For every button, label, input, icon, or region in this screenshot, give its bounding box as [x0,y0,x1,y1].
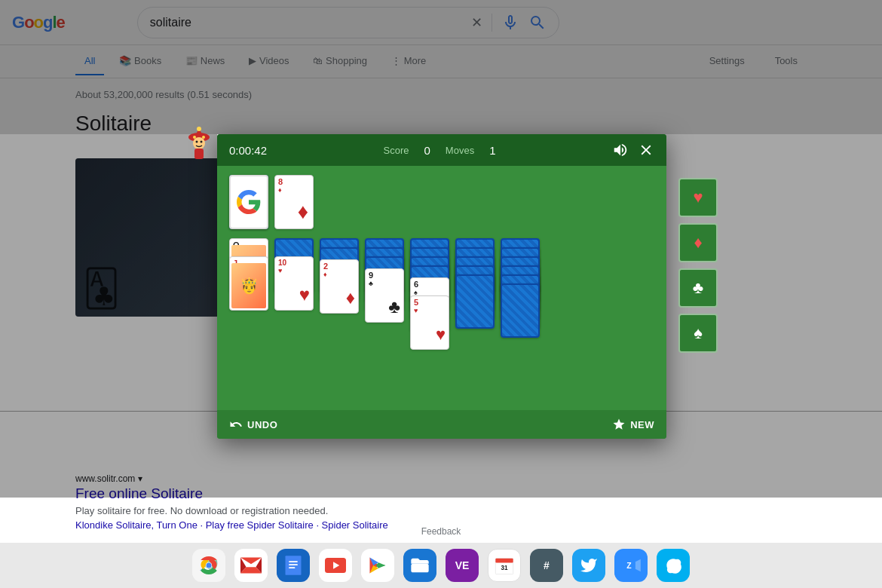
svg-rect-20 [495,559,513,563]
card-j-hearts[interactable]: J ♥ 🤴 [229,256,268,311]
10h-suit: ♥ [299,284,310,305]
game-footer: UNDO NEW [217,410,666,439]
waste-card[interactable]: 8 ♦ ♦ [274,175,314,229]
foundation-spades[interactable]: ♠ [678,314,718,353]
svg-point-7 [193,136,196,139]
taskbar-skype[interactable] [657,549,690,582]
tableau-col-6[interactable] [455,238,495,366]
solitaire-game-modal: 0:00:42 Score 0 Moves 1 ♥ ♦ ♣ ♠ [217,134,666,439]
svg-rect-14 [289,561,298,562]
card-10-hearts[interactable]: 10 ♥ ♥ [274,256,314,311]
svg-point-2 [197,127,201,131]
taskbar-calendar[interactable]: 31 [488,549,521,582]
card-2-diamonds[interactable]: 2 ♦ ♦ [320,259,359,314]
foundation-diamonds[interactable]: ♦ [678,223,718,262]
taskbar-twitter[interactable] [572,549,605,582]
close-icon[interactable] [638,142,654,158]
feedback-link[interactable]: Feedback [421,526,461,537]
jack-figure: 🤴 [231,263,266,308]
score-value: 0 [424,144,430,157]
9c-suit: ♣ [388,296,400,317]
new-button[interactable]: NEW [612,418,654,431]
card-9-clubs[interactable]: 9 ♣ ♣ [365,268,404,323]
game-header: 0:00:42 Score 0 Moves 1 [217,134,666,166]
game-timer: 0:00:42 [229,144,267,157]
waste-suit: ♦ [278,187,282,194]
moves-value: 1 [489,144,495,157]
svg-rect-6 [194,149,204,159]
moves-label: Moves [446,145,474,156]
card-5-hearts[interactable]: 5 ♥ ♥ [410,296,449,350]
col7-back-6 [501,283,540,338]
foundation-piles: ♥ ♦ ♣ ♠ [678,178,718,353]
taskbar-chrome[interactable] [192,549,225,582]
col6-back-5 [455,274,495,329]
svg-rect-15 [289,564,298,565]
2d-suit: ♦ [346,287,355,308]
score-label: Score [384,145,409,156]
svg-rect-16 [289,567,295,568]
sound-icon[interactable] [612,142,629,158]
foundation-hearts[interactable]: ♥ [678,178,718,217]
svg-text:31: 31 [501,565,508,571]
svg-point-8 [202,136,205,139]
tableau-col-5[interactable]: 6 ♠ ♠ 5 ♥ ♥ [410,238,449,404]
top-row: 8 ♦ ♦ [229,175,654,229]
svg-point-11 [207,563,212,568]
tableau-col-3[interactable]: 2 ♦ ♦ [320,238,359,351]
result-snippet: Play solitaire for free. No download or … [75,505,807,516]
svg-text:Z: Z [626,561,632,570]
game-controls [612,142,654,158]
new-label: NEW [630,419,654,430]
stock-pile[interactable] [229,175,268,229]
tableau-col-7[interactable] [501,238,540,378]
tableau-col-4[interactable]: 9 ♣ ♣ [365,238,404,370]
taskbar-files[interactable] [403,549,436,582]
overlay-left [0,134,217,412]
score-moves-area: Score 0 Moves 1 [384,144,496,157]
svg-point-5 [201,141,203,143]
svg-point-4 [196,141,198,143]
undo-icon [229,418,243,431]
undo-button[interactable]: UNDO [229,418,277,431]
5h-suit: ♥ [436,325,446,345]
taskbar-ve[interactable]: VE [446,549,479,582]
taskbar-youtube[interactable] [319,549,352,582]
tableau-col-2[interactable]: 10 ♥ ♥ [274,238,314,336]
foundation-clubs[interactable]: ♣ [678,268,718,308]
game-body: ♥ ♦ ♣ ♠ 8 [217,166,666,410]
svg-point-3 [193,137,205,149]
taskbar-calculator[interactable]: # [530,549,563,582]
tableau: Q ♣ 👸 J ♥ 🤴 10 ♥ ♥ [229,238,654,404]
taskbar-docs[interactable] [277,549,310,582]
taskbar: VE 31 # Z [0,543,882,588]
overlay-top [0,0,882,134]
tableau-col-1[interactable]: Q ♣ 👸 J ♥ 🤴 [229,238,268,351]
undo-label: UNDO [247,419,277,430]
stock-top-card[interactable] [229,175,268,229]
taskbar-zoom[interactable]: Z [614,549,648,582]
taskbar-play[interactable] [361,549,394,582]
new-star-icon [612,418,626,431]
taskbar-gmail[interactable] [234,549,268,582]
waste-big-suit: ♦ [298,201,308,222]
game-mascot [184,127,214,163]
